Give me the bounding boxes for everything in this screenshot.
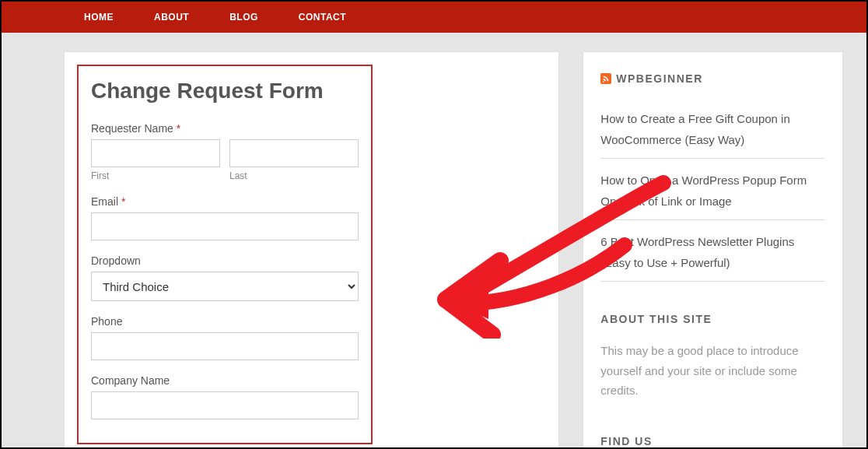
label-requester-name: Requester Name * <box>91 122 359 135</box>
nav-home[interactable]: HOME <box>64 12 134 23</box>
nav-contact[interactable]: CONTACT <box>278 12 366 23</box>
label-phone: Phone <box>91 315 359 328</box>
main-card: Change Request Form Requester Name * Fir… <box>64 51 559 449</box>
about-text: This may be a good place to introduce yo… <box>600 341 825 401</box>
sidebar: WPBEGINNER How to Create a Free Gift Cou… <box>583 51 843 449</box>
sub-label-last: Last <box>229 170 359 181</box>
change-request-form: Change Request Form Requester Name * Fir… <box>77 65 373 444</box>
field-dropdown: Dropdown Third Choice <box>91 254 359 301</box>
widget-title-findus: FIND US <box>600 435 825 447</box>
widget-title-about: ABOUT THIS SITE <box>600 313 825 325</box>
form-title: Change Request Form <box>91 79 359 103</box>
list-item: How to Create a Free Gift Coupon in WooC… <box>600 102 825 159</box>
first-name-input[interactable] <box>91 139 220 167</box>
nav-about[interactable]: ABOUT <box>134 12 209 23</box>
rss-post-link[interactable]: How to Create a Free Gift Coupon in WooC… <box>600 112 789 147</box>
rss-post-link[interactable]: 6 Best WordPress Newsletter Plugins (Eas… <box>600 235 794 270</box>
required-asterisk: * <box>177 122 180 135</box>
navbar: HOME ABOUT BLOG CONTACT <box>2 2 866 33</box>
field-requester-name: Requester Name * First Last <box>91 122 359 181</box>
field-company: Company Name <box>91 374 359 419</box>
rss-icon <box>600 73 611 84</box>
list-item: 6 Best WordPress Newsletter Plugins (Eas… <box>600 225 825 282</box>
last-name-input[interactable] <box>229 139 359 167</box>
field-phone: Phone <box>91 315 359 360</box>
rss-post-link[interactable]: How to Open a WordPress Popup Form On Cl… <box>600 174 807 209</box>
email-input[interactable] <box>91 212 359 240</box>
label-email: Email * <box>91 195 359 208</box>
sub-label-first: First <box>91 170 220 181</box>
list-item: How to Open a WordPress Popup Form On Cl… <box>600 163 825 220</box>
widget-title-rss: WPBEGINNER <box>600 72 825 85</box>
nav-blog[interactable]: BLOG <box>209 12 278 23</box>
label-dropdown: Dropdown <box>91 254 359 267</box>
field-email: Email * <box>91 195 359 240</box>
required-asterisk: * <box>121 195 125 208</box>
dropdown-select[interactable]: Third Choice <box>91 272 359 301</box>
label-company: Company Name <box>91 374 359 387</box>
rss-post-list: How to Create a Free Gift Coupon in WooC… <box>600 102 825 282</box>
company-input[interactable] <box>91 391 359 419</box>
phone-input[interactable] <box>91 332 359 360</box>
